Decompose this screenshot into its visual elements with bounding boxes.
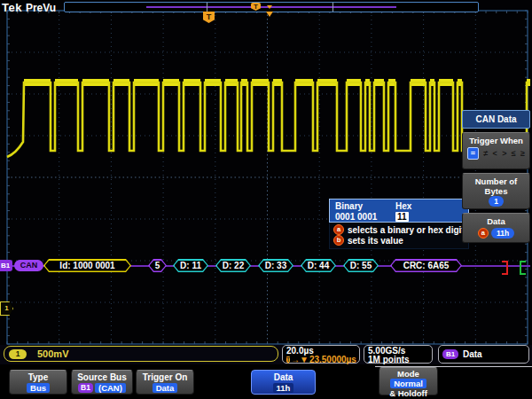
record-tick bbox=[332, 3, 333, 12]
trigger-position-value: 23.50000µs bbox=[309, 356, 356, 364]
trigger-t-icon: T bbox=[251, 3, 261, 11]
number-of-bytes-button[interactable]: Number of Bytes 1 bbox=[462, 173, 530, 209]
can-data-side-menu: CAN Data Trigger When = ≠ < > ≤ ≥ Number… bbox=[462, 110, 530, 243]
channel1-badge: 1 bbox=[9, 349, 27, 359]
timebase-readout: 20.0µs T→▼23.50000µs bbox=[282, 345, 360, 364]
bus-data-byte: D: 44 bbox=[301, 259, 336, 272]
operator-equal[interactable]: = bbox=[467, 147, 479, 160]
operator-row: = ≠ < > ≤ ≥ bbox=[465, 145, 528, 160]
operator-less-equal[interactable]: ≤ bbox=[512, 149, 516, 158]
operator-not-equal[interactable]: ≠ bbox=[483, 149, 488, 158]
bus-id-field: Id: 1000 0001 bbox=[43, 259, 131, 272]
bus-dlc-field: 5 bbox=[148, 259, 167, 272]
oscilloscope-screen: TekPreVu T T 1 B1 CAN Id: 1000 0001 5 D:… bbox=[0, 0, 532, 399]
operator-greater[interactable]: > bbox=[502, 149, 506, 158]
trigger-when-button[interactable]: Trigger When = ≠ < > ≤ ≥ bbox=[462, 132, 530, 169]
knob-a-icon: a bbox=[333, 224, 344, 235]
type-button[interactable]: Type Bus bbox=[9, 370, 67, 395]
data-button[interactable]: Data 11h bbox=[251, 370, 316, 395]
hex-label: Hex bbox=[395, 201, 411, 211]
knob-b-icon: b bbox=[333, 235, 344, 246]
readout-bar: 1 500mV 20.0µs T→▼23.50000µs 5.00GS/s 1M… bbox=[0, 345, 532, 364]
trigger-position-readout: T→▼23.50000µs bbox=[286, 356, 356, 364]
channel1-readout: 1 500mV bbox=[4, 346, 278, 362]
trigger-position-icon[interactable] bbox=[266, 12, 273, 17]
data-value: 11h bbox=[491, 228, 514, 239]
bottom-menu: Type Bus Source Bus B1 (CAN) Trigger On … bbox=[0, 364, 532, 399]
knob-hints: a selects a binary or hex digit b sets i… bbox=[329, 223, 469, 249]
bus-data-byte: D: 22 bbox=[215, 259, 251, 272]
expansion-marker-icon bbox=[267, 5, 272, 9]
data-edit-popup: Binary 0001 0001 Hex 11 a selects a bina… bbox=[329, 199, 469, 249]
knob-a-hint: selects a binary or hex digit bbox=[348, 225, 465, 235]
trigger-t-icon: T bbox=[286, 356, 290, 364]
binary-value: 0001 0001 bbox=[335, 212, 377, 222]
channel1-scale: 500mV bbox=[37, 348, 68, 359]
bus-start-bracket-icon bbox=[520, 261, 526, 275]
data-value-button[interactable]: Data a 11h bbox=[462, 213, 530, 243]
bytes-value: 1 bbox=[489, 196, 504, 207]
bus-data-byte: D: 55 bbox=[343, 259, 379, 272]
operator-less[interactable]: < bbox=[493, 149, 497, 158]
bus-end-bracket-icon bbox=[502, 261, 508, 275]
can-waveform bbox=[7, 82, 530, 157]
knob-b-hint: sets its value bbox=[348, 236, 403, 246]
mode-button[interactable]: Mode Normal & Holdoff bbox=[379, 367, 438, 395]
trigger-arrows-icon: →▼ bbox=[291, 356, 309, 364]
acquisition-status: PreVu bbox=[26, 2, 56, 14]
bus-readout-label: Data bbox=[463, 350, 482, 359]
record-tick bbox=[207, 3, 207, 12]
operator-greater-equal[interactable]: ≥ bbox=[520, 149, 525, 158]
bus-b1-badge: B1 bbox=[78, 383, 93, 393]
binary-hex-box: Binary 0001 0001 Hex 11 bbox=[329, 199, 469, 223]
bus-data-byte: D: 33 bbox=[258, 259, 293, 272]
side-menu-title: CAN Data bbox=[462, 110, 530, 129]
tek-logo: Tek bbox=[2, 1, 22, 14]
source-bus-button[interactable]: Source Bus B1 (CAN) bbox=[71, 370, 133, 395]
bus-readout: B1 Data bbox=[438, 345, 529, 364]
acquisition-readout: 5.00GS/s 1M points bbox=[364, 345, 433, 364]
logo-area: TekPreVu bbox=[2, 1, 56, 14]
binary-label: Binary bbox=[335, 201, 377, 211]
hex-value-selected[interactable]: 11 bbox=[395, 212, 409, 222]
bus-can-label: CAN bbox=[14, 260, 43, 271]
bus-b1-badge[interactable]: B1 bbox=[0, 260, 12, 271]
knob-a-icon: a bbox=[478, 228, 489, 239]
bus-data-byte: D: 11 bbox=[173, 259, 208, 272]
record-length: 1M points bbox=[368, 356, 428, 364]
trigger-on-button[interactable]: Trigger On Data bbox=[136, 370, 194, 395]
bus-b1-badge: B1 bbox=[442, 349, 458, 359]
bus-crc-field: CRC: 6A65 bbox=[390, 259, 462, 272]
